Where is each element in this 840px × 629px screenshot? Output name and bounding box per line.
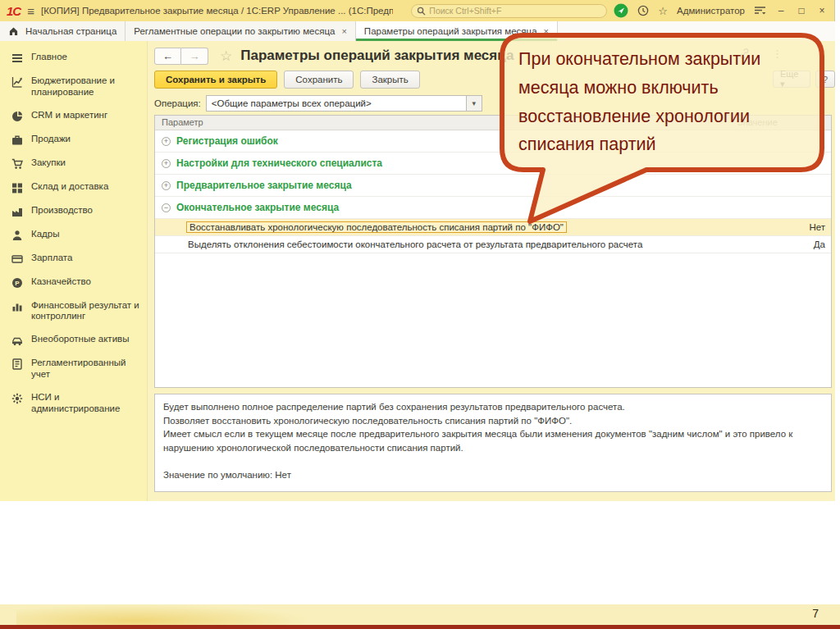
minimize-button[interactable]: – <box>775 5 787 16</box>
budget-chart-icon <box>11 76 23 88</box>
description-line: Позволяет восстановить хронологическую п… <box>163 414 823 428</box>
description-default-value: Значение по умолчанию: Нет <box>163 468 823 482</box>
sidebar-item-treasury[interactable]: Р Казначейство <box>0 271 147 294</box>
tab-operation-parameters[interactable]: Параметры операций закрытия месяца × <box>356 21 558 41</box>
main-menu-icon[interactable]: ≡ <box>27 4 34 18</box>
page-title: Параметры операций закрытия месяца <box>240 48 514 64</box>
sidebar-item-purchases[interactable]: Закупки <box>0 152 147 175</box>
sidebar-item-finance[interactable]: Финансовый результат и контроллинг <box>0 294 147 329</box>
search-icon <box>417 7 426 16</box>
person-icon <box>11 230 23 241</box>
sidebar-item-nsi-admin[interactable]: НСИ и администрирование <box>0 386 147 421</box>
tab-label: Параметры операций закрытия месяца <box>364 26 537 36</box>
operation-select[interactable]: <Общие параметры всех операций> <box>206 95 467 112</box>
titlebar: 1С ≡ [КОПИЯ] Предварительное закрытие ме… <box>0 0 834 21</box>
parameter-value[interactable]: Нет <box>809 222 825 232</box>
warehouse-grid-icon <box>11 182 23 194</box>
ruble-circle-icon: Р <box>11 277 23 289</box>
save-button[interactable]: Сохранить <box>284 71 354 89</box>
tab-close-icon[interactable]: × <box>341 26 346 36</box>
sidebar-item-sales[interactable]: Продажи <box>0 128 147 152</box>
close-form-button[interactable]: Закрыть <box>360 71 419 89</box>
table-row-final-closing[interactable]: − Окончательное закрытие месяца <box>155 197 831 219</box>
table-row-preliminary-closing[interactable]: + Предварительное закрытие месяца <box>155 175 831 197</box>
tab-regulated-operations[interactable]: Регламентные операции по закрытию месяца… <box>126 21 356 41</box>
sidebar-item-warehouse[interactable]: Склад и доставка <box>0 175 147 199</box>
save-and-close-button[interactable]: Сохранить и закрыть <box>154 71 277 89</box>
window-title: [КОПИЯ] Предварительное закрытие месяца … <box>41 6 393 16</box>
description-line: Имеет смысл если в текущем месяце после … <box>163 427 823 454</box>
ledger-book-icon <box>11 358 23 370</box>
help-button[interactable]: ? <box>815 71 835 88</box>
table-row-highlight-deviations[interactable]: Выделять отклонения себестоимости оконча… <box>155 236 831 253</box>
page-number: 7 <box>812 607 819 620</box>
operation-dropdown-button[interactable]: ▾ <box>467 95 482 112</box>
global-search[interactable] <box>411 4 607 18</box>
column-parameter: Параметр <box>162 117 203 127</box>
discussions-icon[interactable] <box>614 3 628 18</box>
parameter-description-panel: Будет выполнено полное распределение пар… <box>154 394 832 492</box>
bar-chart-icon <box>11 301 23 312</box>
factory-icon <box>11 206 23 217</box>
payroll-card-icon <box>11 253 23 265</box>
svg-text:Р: Р <box>15 280 20 287</box>
expand-icon[interactable]: + <box>162 137 171 146</box>
main-section-icon <box>11 52 23 64</box>
current-user-label[interactable]: Администратор <box>677 6 745 16</box>
sidebar-item-crm[interactable]: CRM и маркетинг <box>0 104 147 128</box>
functions-menu-icon[interactable] <box>754 6 766 16</box>
tab-close-icon[interactable]: × <box>544 26 549 36</box>
command-bar: Сохранить и закрыть Сохранить Закрыть <box>154 71 420 89</box>
parameter-value[interactable]: Да <box>814 239 825 249</box>
sidebar-item-production[interactable]: Производство <box>0 199 147 223</box>
gear-icon <box>11 393 23 404</box>
expand-icon[interactable]: + <box>162 159 171 168</box>
tab-home[interactable]: Начальная страница <box>0 21 126 41</box>
expand-icon[interactable]: + <box>162 181 171 190</box>
sidebar-item-budgeting[interactable]: Бюджетирование и планирование <box>0 70 147 104</box>
maximize-button[interactable]: □ <box>796 5 807 16</box>
description-line: Будет выполнено полное распределение пар… <box>163 400 823 414</box>
watermark <box>16 604 312 625</box>
footer-red-bar <box>0 625 840 629</box>
forward-button[interactable]: → <box>181 48 208 65</box>
close-button[interactable]: × <box>816 5 828 16</box>
table-row-restore-fifo[interactable]: Восстанавливать хронологическую последов… <box>155 219 831 236</box>
slide-footer: 7 <box>0 604 840 625</box>
sidebar-item-regulated-accounting[interactable]: Регламентированный учет <box>0 352 147 386</box>
operation-label: Операция: <box>154 98 201 108</box>
cart-icon <box>11 158 23 170</box>
sidebar-item-fixed-assets[interactable]: Внеоборотные активы <box>0 328 147 352</box>
tab-label: Регламентные операции по закрытию месяца <box>134 26 335 36</box>
1c-logo: 1С <box>7 4 21 18</box>
favorites-icon[interactable]: ☆ <box>658 5 668 17</box>
navigation-row: ← → ☆ Параметры операций закрытия месяца <box>154 47 514 65</box>
pie-chart-icon <box>11 111 23 122</box>
sidebar-item-glavnoe[interactable]: Главное <box>0 46 147 70</box>
search-input[interactable] <box>429 6 601 16</box>
sidebar-item-salary[interactable]: Зарплата <box>0 247 147 271</box>
callout-text: При окончательном закрытии месяца можно … <box>518 45 794 159</box>
briefcase-icon <box>11 134 23 146</box>
collapse-icon[interactable]: − <box>162 203 171 212</box>
sidebar-item-hr[interactable]: Кадры <box>0 223 147 247</box>
favorite-star-icon[interactable]: ☆ <box>220 48 232 65</box>
home-icon <box>8 26 19 36</box>
sidebar: Главное Бюджетирование и планирование CR… <box>0 41 148 501</box>
tab-label: Начальная страница <box>25 26 116 36</box>
tab-bar: Начальная страница Регламентные операции… <box>0 21 835 41</box>
back-button[interactable]: ← <box>154 48 181 65</box>
vehicle-icon <box>11 335 23 346</box>
history-icon[interactable] <box>637 5 649 16</box>
operation-row: Операция: <Общие параметры всех операций… <box>154 95 482 112</box>
